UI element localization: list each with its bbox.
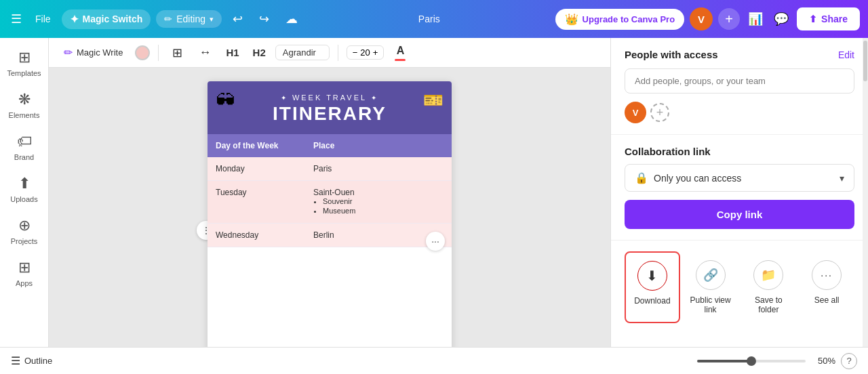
more-options-button[interactable]: ··· <box>426 232 445 251</box>
download-action[interactable]: ⬇ Download <box>625 251 680 323</box>
zoom-thumb[interactable] <box>747 356 756 366</box>
file-menu-button[interactable]: File <box>30 11 56 27</box>
preview-table: Day of the Week Place Monday Paris Tuesd… <box>208 134 452 247</box>
editing-icon: ✏ <box>164 14 172 24</box>
magic-switch-button[interactable]: ✦ Magic Switch <box>62 9 151 29</box>
avatar: V <box>625 102 646 123</box>
apps-icon: ⊞ <box>18 259 31 276</box>
list-item: Museuem <box>323 207 443 215</box>
projects-icon: ⊕ <box>18 217 31 234</box>
copy-link-button[interactable]: Copy link <box>625 200 854 229</box>
magic-write-button[interactable]: ✏ Magic Write <box>57 43 130 62</box>
brand-icon: 🏷 <box>17 133 32 150</box>
secondary-toolbar: ✏ Magic Write ⊞ ↔ H1 H2 Agrandir − 20 + <box>49 38 610 68</box>
spacing-icon: ↔ <box>199 45 211 60</box>
main-layout: ⊞ Templates ❋ Elements 🏷 Brand ⬆ Uploads… <box>0 38 868 374</box>
topbar-center: Paris <box>309 14 549 24</box>
access-dropdown[interactable]: 🔒 Only you can access ▾ <box>625 164 854 192</box>
canvas-content: ⋮ 🕶 🎫 ✦ WEEK TRAVEL ✦ ITINERARY <box>49 68 610 374</box>
outline-button[interactable]: ☰ Outline <box>11 354 52 367</box>
font-size-decrease-button[interactable]: − <box>353 47 358 58</box>
chevron-down-icon: ▾ <box>840 173 844 184</box>
zoom-slider[interactable] <box>697 360 806 362</box>
analytics-icon[interactable]: 📊 <box>745 9 766 29</box>
grid-view-button[interactable]: ⊞ <box>167 43 188 63</box>
elements-icon: ❋ <box>18 91 31 108</box>
preview-subtitle: ✦ WEEK TRAVEL ✦ <box>218 94 441 102</box>
see-all-icon-circle: ··· <box>812 260 842 290</box>
font-size-increase-button[interactable]: + <box>373 47 378 58</box>
editing-label: Editing <box>176 14 205 24</box>
sidebar-item-templates[interactable]: ⊞ Templates <box>4 43 45 83</box>
topbar: ☰ File ✦ Magic Switch ✏ Editing ▾ ↩ ↪ ☁ … <box>0 0 868 38</box>
topbar-right: 👑 Upgrade to Canva Pro V + 📊 💬 ⬆ Share <box>555 7 860 30</box>
scrollbar-thumb <box>863 41 867 81</box>
preview-cell-day: Tuesday <box>208 181 305 223</box>
sidebar-item-apps[interactable]: ⊞ Apps <box>4 253 45 293</box>
magic-write-icon: ✏ <box>64 46 73 59</box>
font-name-selector[interactable]: Agrandir <box>275 45 330 60</box>
h1-button[interactable]: H1 <box>222 45 243 60</box>
undo-button[interactable]: ↩ <box>227 9 248 29</box>
access-dropdown-left: 🔒 Only you can access <box>635 171 741 184</box>
public-view-action[interactable]: 🔗 Public view link <box>683 251 738 323</box>
table-row: Monday Paris <box>208 157 452 181</box>
avatar[interactable]: V <box>690 7 713 30</box>
share-icon: ⬆ <box>809 14 817 24</box>
people-access-section: People with access Edit V + <box>611 38 868 135</box>
topbar-left: ☰ File ✦ Magic Switch ✏ Editing ▾ ↩ ↪ ☁ <box>8 9 303 29</box>
collab-link-title: Collaboration link <box>625 146 854 157</box>
see-all-action[interactable]: ··· See all <box>799 251 854 323</box>
add-user-button[interactable]: + <box>718 8 740 30</box>
file-name[interactable]: Paris <box>418 14 440 24</box>
preview-th-day: Day of the Week <box>208 134 305 157</box>
sidebar-item-projects[interactable]: ⊕ Projects <box>4 211 45 251</box>
save-cloud-icon[interactable]: ☁ <box>280 9 303 29</box>
crown-icon: 👑 <box>565 13 578 26</box>
outline-label: Outline <box>24 356 52 366</box>
list-item: Souvenir <box>323 197 443 205</box>
preview-cell-day: Monday <box>208 157 305 180</box>
design-container: ⋮ 🕶 🎫 ✦ WEEK TRAVEL ✦ ITINERARY <box>208 81 452 374</box>
sidebar-item-brand[interactable]: 🏷 Brand <box>4 127 45 167</box>
access-avatars: V + <box>625 102 854 123</box>
right-panel-scrollbar[interactable] <box>863 38 868 374</box>
h2-button[interactable]: H2 <box>249 45 270 60</box>
text-color-swatch[interactable] <box>135 45 150 60</box>
design-preview[interactable]: 🕶 🎫 ✦ WEEK TRAVEL ✦ ITINERARY Day of the… <box>208 81 452 374</box>
table-row: Wednesday Berlin <box>208 224 452 247</box>
edit-link[interactable]: Edit <box>838 49 854 60</box>
uploads-icon: ⬆ <box>18 175 31 192</box>
comments-icon[interactable]: 💬 <box>771 9 791 29</box>
redo-button[interactable]: ↪ <box>254 9 275 29</box>
save-folder-action[interactable]: 📁 Save to folder <box>741 251 797 323</box>
public-view-icon: 🔗 <box>703 268 718 283</box>
zoom-track-fill <box>697 360 751 362</box>
sidebar-item-elements[interactable]: ❋ Elements <box>4 85 45 125</box>
text-color-button[interactable]: A <box>389 42 411 64</box>
sidebar-item-uploads[interactable]: ⬆ Uploads <box>4 169 45 209</box>
bottom-bar: ☰ Outline 50% ? <box>0 347 868 374</box>
collab-link-section: Collaboration link 🔒 Only you can access… <box>611 135 868 241</box>
access-dropdown-text: Only you can access <box>654 173 741 184</box>
sidebar-item-templates-label: Templates <box>7 69 41 77</box>
add-people-input[interactable] <box>625 68 854 94</box>
hamburger-icon[interactable]: ☰ <box>8 9 24 29</box>
zoom-slider-container: 50% <box>697 356 835 366</box>
save-folder-icon: 📁 <box>761 268 776 283</box>
table-row: Tuesday Saint-Ouen Souvenir Museuem <box>208 181 452 224</box>
zoom-level-label: 50% <box>811 356 835 366</box>
toolbar-divider <box>158 45 159 61</box>
preview-header: 🕶 🎫 ✦ WEEK TRAVEL ✦ ITINERARY <box>208 81 452 134</box>
people-access-title: People with access <box>625 49 718 60</box>
see-all-action-label: See all <box>814 295 840 305</box>
editing-button[interactable]: ✏ Editing ▾ <box>156 10 222 28</box>
magic-write-label: Magic Write <box>77 47 123 58</box>
spacing-button[interactable]: ↔ <box>193 43 216 62</box>
download-icon-circle: ⬇ <box>637 261 667 291</box>
add-collaborator-button[interactable]: + <box>650 103 669 122</box>
help-button[interactable]: ? <box>841 353 857 369</box>
upgrade-button[interactable]: 👑 Upgrade to Canva Pro <box>555 9 685 30</box>
magic-switch-label: Magic Switch <box>83 14 143 24</box>
share-button[interactable]: ⬆ Share <box>797 7 860 30</box>
